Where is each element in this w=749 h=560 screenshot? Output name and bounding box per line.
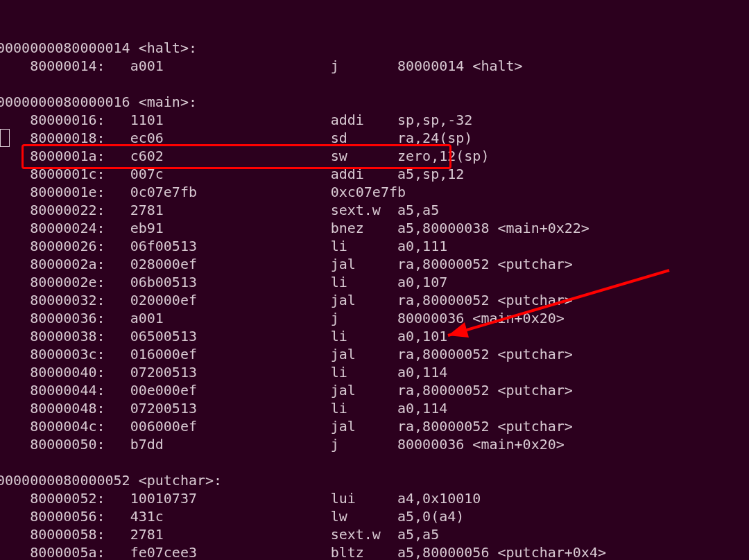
text-cursor	[0, 129, 10, 147]
disassembly-text: 0000000080000014 <halt>: 80000014: a001 …	[0, 39, 606, 560]
disassembly-listing: 0000000080000014 <halt>: 80000014: a001 …	[0, 3, 606, 560]
